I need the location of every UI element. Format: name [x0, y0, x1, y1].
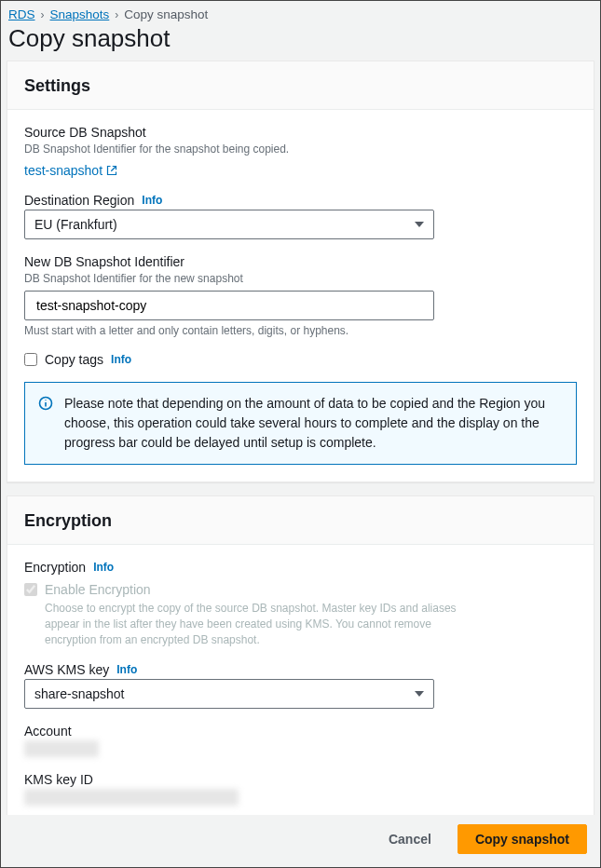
kms-key-label: AWS KMS key	[24, 662, 109, 677]
settings-header: Settings	[7, 61, 594, 110]
source-snapshot-link[interactable]: test-snapshot	[24, 163, 117, 178]
kms-key-select[interactable]: share-snapshot	[24, 679, 434, 709]
external-link-icon	[106, 165, 117, 176]
destination-region-info-link[interactable]: Info	[142, 194, 162, 207]
encryption-panel: Encryption Encryption Info Enable Encryp…	[7, 495, 594, 815]
copy-tags-checkbox[interactable]	[24, 353, 37, 366]
copy-snapshot-button[interactable]: Copy snapshot	[458, 824, 587, 854]
encryption-field: Encryption Info	[24, 560, 577, 575]
info-icon	[38, 396, 53, 411]
snapshot-identifier-label: New DB Snapshot Identifier	[24, 254, 577, 269]
snapshot-identifier-desc: DB Snapshot Identifier for the new snaps…	[24, 271, 577, 287]
chevron-down-icon	[415, 222, 424, 227]
kms-key-info-link[interactable]: Info	[116, 663, 137, 676]
breadcrumb-root-link[interactable]: RDS	[8, 7, 35, 21]
account-field: Account 000000000000	[24, 724, 577, 757]
destination-region-value: EU (Frankfurt)	[34, 217, 117, 232]
source-snapshot-link-text: test-snapshot	[24, 163, 102, 178]
destination-region-label: Destination Region	[24, 193, 134, 208]
breadcrumb: RDS › Snapshots › Copy snapshot	[1, 1, 600, 24]
kms-key-value: share-snapshot	[34, 686, 125, 701]
copy-notice-box: Please note that depending on the amount…	[24, 382, 577, 465]
encryption-label: Encryption	[24, 560, 86, 575]
source-snapshot-desc: DB Snapshot Identifier for the snapshot …	[24, 142, 577, 157]
page-title: Copy snapshot	[8, 24, 600, 53]
chevron-right-icon: ›	[41, 8, 45, 21]
source-snapshot-label: Source DB Snapshot	[24, 125, 577, 140]
account-label: Account	[24, 724, 577, 739]
enable-encryption-row: Enable Encryption	[24, 582, 577, 597]
copy-tags-label: Copy tags	[45, 352, 103, 367]
encryption-header: Encryption	[7, 496, 594, 545]
breadcrumb-snapshots-link[interactable]: Snapshots	[50, 7, 110, 21]
destination-region-field: Destination Region Info EU (Frankfurt)	[24, 193, 577, 239]
account-value-redacted: 000000000000	[24, 740, 99, 757]
breadcrumb-current: Copy snapshot	[124, 7, 208, 21]
copy-notice-text: Please note that depending on the amount…	[64, 394, 563, 453]
copy-tags-info-link[interactable]: Info	[111, 353, 131, 366]
kms-id-label: KMS key ID	[24, 772, 577, 787]
chevron-right-icon: ›	[115, 8, 118, 21]
copy-tags-row: Copy tags Info	[24, 352, 577, 367]
encryption-info-link[interactable]: Info	[93, 561, 114, 574]
snapshot-identifier-input[interactable]	[34, 292, 424, 319]
footer: Cancel Copy snapshot	[1, 815, 600, 867]
kms-key-field: AWS KMS key Info share-snapshot	[24, 662, 577, 709]
kms-id-value-redacted: abcdef00-0000-0000-0000-000000000000	[24, 789, 239, 806]
enable-encryption-label: Enable Encryption	[45, 582, 151, 597]
chevron-down-icon	[415, 691, 424, 697]
enable-encryption-desc: Choose to encrypt the copy of the source…	[45, 601, 473, 649]
kms-id-field: KMS key ID abcdef00-0000-0000-0000-00000…	[24, 772, 577, 815]
settings-panel: Settings Source DB Snapshot DB Snapshot …	[7, 61, 594, 482]
enable-encryption-checkbox	[24, 583, 37, 596]
cancel-button[interactable]: Cancel	[372, 824, 448, 854]
svg-point-2	[45, 400, 46, 400]
source-snapshot-field: Source DB Snapshot DB Snapshot Identifie…	[24, 125, 577, 178]
snapshot-identifier-field: New DB Snapshot Identifier DB Snapshot I…	[24, 254, 577, 337]
destination-region-select[interactable]: EU (Frankfurt)	[24, 210, 434, 239]
snapshot-identifier-hint: Must start with a letter and only contai…	[24, 324, 577, 337]
